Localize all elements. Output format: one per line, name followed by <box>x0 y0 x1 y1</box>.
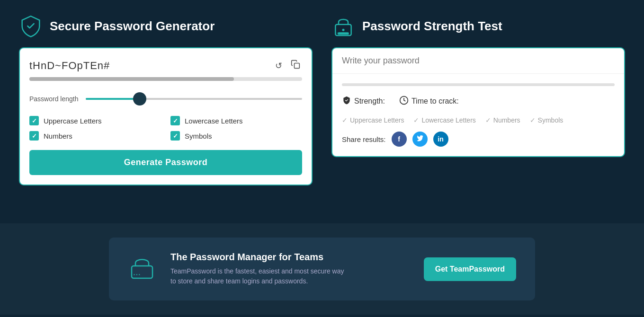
label-uppercase: Uppercase Letters <box>44 117 102 125</box>
option-uppercase: Uppercase Letters <box>29 116 161 125</box>
generator-card: tHnD~FOpTEn# ↺ Password lengt <box>19 47 313 185</box>
password-input-area <box>332 48 624 74</box>
cta-button[interactable]: Get TeamPassword <box>424 257 516 281</box>
facebook-button[interactable]: f <box>392 132 407 147</box>
svg-text:* * *: * * * <box>134 273 141 277</box>
refresh-icon: ↺ <box>275 61 282 70</box>
twitter-button[interactable] <box>412 132 428 147</box>
checkbox-uppercase[interactable] <box>29 116 39 125</box>
svg-text:* * * *: * * * * <box>337 32 344 35</box>
strength-label: Strength: <box>354 97 385 106</box>
copy-button[interactable] <box>289 58 302 73</box>
copy-icon <box>291 62 300 71</box>
shield-icon <box>19 14 43 38</box>
options-grid: Uppercase Letters Lowercase Letters Numb… <box>29 116 302 141</box>
facebook-icon: f <box>398 135 400 143</box>
length-slider[interactable] <box>86 90 302 107</box>
linkedin-button[interactable]: in <box>433 132 448 147</box>
option-symbols: Symbols <box>170 131 302 141</box>
check-lowercase-label: Lowercase Letters <box>421 116 475 124</box>
check-uppercase-label: Uppercase Letters <box>350 116 404 124</box>
slider-thumb[interactable] <box>133 92 146 106</box>
banner-text: The Password Manager for Teams TeamPassw… <box>170 252 410 286</box>
check-numbers-label: Numbers <box>493 116 520 124</box>
strength-bar <box>342 83 615 86</box>
check-numbers-icon: ✓ <box>485 116 491 124</box>
svg-rect-0 <box>295 63 300 69</box>
label-numbers: Numbers <box>44 132 72 140</box>
generator-title: Secure Password Generator <box>50 19 215 34</box>
length-row: Password length <box>29 90 302 107</box>
svg-point-3 <box>342 29 345 31</box>
lock-icon: * * * * <box>331 14 355 38</box>
strength-header: * * * * Password Strength Test <box>331 14 625 38</box>
check-numbers: ✓ Numbers <box>485 116 520 124</box>
length-label: Password length <box>29 95 79 103</box>
shield-strength-icon <box>342 96 351 107</box>
option-lowercase: Lowercase Letters <box>170 116 302 125</box>
check-uppercase: ✓ Uppercase Letters <box>342 116 404 124</box>
generated-password: tHnD~FOpTEn# <box>29 60 268 72</box>
scrollbar-thumb <box>29 77 234 81</box>
strength-indicators: Strength: Time to crack: <box>342 96 615 107</box>
time-label: Time to crack: <box>411 97 459 106</box>
check-symbols-label: Symbols <box>538 116 564 124</box>
banner-inner: * * * The Password Manager for Teams Tea… <box>109 238 535 300</box>
slider-fill <box>86 98 140 100</box>
strength-card: Strength: Time to crack: <box>331 47 625 157</box>
strength-panel: * * * * Password Strength Test <box>331 14 625 185</box>
twitter-icon <box>417 135 423 143</box>
refresh-button[interactable]: ↺ <box>273 59 284 73</box>
checkbox-numbers[interactable] <box>29 131 39 141</box>
password-input[interactable] <box>342 56 615 66</box>
option-numbers: Numbers <box>29 131 161 141</box>
checkbox-symbols[interactable] <box>170 131 180 141</box>
label-symbols: Symbols <box>185 132 212 140</box>
time-to-crack-value: Time to crack: <box>399 96 459 107</box>
password-display-row: tHnD~FOpTEn# ↺ <box>29 58 302 73</box>
share-row: Share results: f in <box>342 132 615 147</box>
check-symbols: ✓ Symbols <box>530 116 564 124</box>
generate-button[interactable]: Generate Password <box>29 150 302 175</box>
label-lowercase: Lowercase Letters <box>185 117 243 125</box>
banner-title: The Password Manager for Teams <box>170 252 410 263</box>
banner-subtitle: TeamPassword is the fastest, easiest and… <box>170 266 410 286</box>
linkedin-icon: in <box>438 135 443 143</box>
check-lowercase: ✓ Lowercase Letters <box>413 116 475 124</box>
strength-value: Strength: <box>342 96 385 107</box>
slider-track <box>86 98 302 100</box>
password-scrollbar <box>29 77 302 81</box>
clock-icon <box>399 96 409 107</box>
strength-title: Password Strength Test <box>362 19 502 34</box>
check-symbols-icon: ✓ <box>530 116 536 124</box>
share-label: Share results: <box>342 135 386 143</box>
check-uppercase-icon: ✓ <box>342 116 348 124</box>
check-lowercase-icon: ✓ <box>413 116 419 124</box>
generator-header: Secure Password Generator <box>19 14 313 38</box>
checkbox-lowercase[interactable] <box>170 116 180 125</box>
strength-body: Strength: Time to crack: <box>332 74 624 156</box>
banner-lock-icon: * * * <box>128 253 156 285</box>
bottom-banner: * * * The Password Manager for Teams Tea… <box>0 223 644 315</box>
checks-row: ✓ Uppercase Letters ✓ Lowercase Letters … <box>342 116 615 124</box>
generator-panel: Secure Password Generator tHnD~FOpTEn# ↺ <box>19 14 313 185</box>
